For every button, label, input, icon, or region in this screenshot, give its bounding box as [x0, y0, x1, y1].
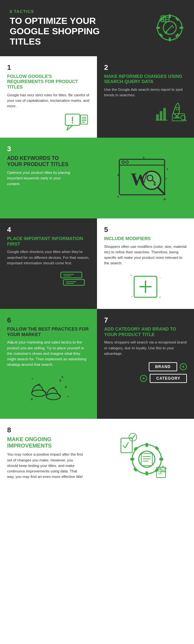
- tactic-card-2: 2 MAKE INFORMED CHANGES USING SEARCH QUE…: [97, 56, 194, 138]
- tactic-card-4: 4 PLACE IMPORTANT INFORMATION FIRST Goog…: [0, 218, 97, 309]
- svg-rect-82: [133, 467, 138, 472]
- svg-rect-27: [156, 114, 159, 120]
- tactic-num-5: 5: [104, 226, 187, 234]
- svg-point-21: [72, 122, 73, 123]
- section-6-7: 6 FOLLOW THE BEST PRACTICES FOR YOUR MAR…: [0, 309, 194, 419]
- tactic-body-6: Adjust your marketing and sales tactics …: [7, 340, 90, 367]
- svg-marker-11: [172, 26, 174, 28]
- svg-rect-78: [130, 458, 134, 460]
- tactic-num-6: 6: [7, 316, 90, 324]
- svg-rect-76: [146, 443, 148, 447]
- header: 8 TACTICS TO OPTIMIZE YOUR GOOGLE SHOPPI…: [0, 0, 194, 56]
- svg-point-39: [126, 161, 128, 164]
- brand-category-badges: BRAND + + CATEGORY: [104, 362, 187, 383]
- tactic-title-3: ADD KEYWORDS TO YOUR PRODUCT TITLES: [7, 155, 72, 167]
- svg-point-63: [159, 296, 161, 298]
- tactic-num-4: 4: [7, 226, 90, 234]
- svg-point-38: [122, 161, 124, 164]
- tactic-icon-2: www: [104, 101, 187, 122]
- svg-point-31: [176, 107, 178, 110]
- svg-rect-56: [63, 280, 84, 285]
- tactic-card-8: 8 MAKE ONGOING IMPROVEMENTS You may noti…: [0, 419, 194, 490]
- svg-rect-80: [134, 447, 138, 451]
- svg-text:×: ×: [59, 378, 61, 383]
- svg-rect-84: [141, 453, 152, 466]
- tactic-icon-8: [97, 426, 187, 483]
- tactic-num-8: 8: [7, 426, 97, 434]
- svg-rect-3: [169, 37, 171, 41]
- svg-point-73: [67, 396, 69, 397]
- svg-rect-5: [179, 27, 183, 29]
- svg-text:×: ×: [65, 385, 67, 389]
- svg-rect-77: [146, 471, 148, 475]
- tactic-num-3: 3: [7, 145, 97, 153]
- svg-marker-19: [67, 125, 73, 130]
- tactic-title-6: FOLLOW THE BEST PRACTICES FOR YOUR MARKE…: [7, 326, 90, 337]
- svg-text:+: +: [166, 166, 168, 172]
- brand-plus-icon: +: [180, 363, 187, 370]
- svg-text:+: +: [117, 172, 120, 178]
- tactic-title-5: INCLUDE MODIFIERS: [104, 236, 187, 241]
- tactic-icon-3: W + + + +: [97, 145, 187, 213]
- category-label: CATEGORY: [156, 376, 180, 381]
- tactic-card-1: 1 FOLLOW GOOGLE'S REQUIREMENTS FOR PRODU…: [0, 56, 97, 138]
- tactic-icon-5: [104, 271, 187, 301]
- brand-label: BRAND: [155, 364, 171, 369]
- tactic-num-7: 7: [104, 316, 187, 324]
- tactic-body-3: Optimize your product titles by placing …: [7, 170, 72, 187]
- svg-text:×: ×: [31, 397, 33, 402]
- tactic-icon-1: [7, 112, 90, 132]
- svg-rect-29: [163, 108, 166, 120]
- tactic-title-4: PLACE IMPORTANT INFORMATION FIRST: [7, 236, 90, 247]
- tactic-icon-6: × × ×: [7, 372, 90, 405]
- svg-rect-28: [160, 111, 162, 120]
- svg-text:www: www: [173, 116, 180, 119]
- svg-text:+: +: [163, 196, 167, 203]
- svg-line-42: [158, 188, 165, 194]
- svg-line-10: [166, 26, 172, 32]
- header-title: TO OPTIMIZE YOUR GOOGLE SHOPPING TITLES: [10, 16, 113, 47]
- tactic-card-6: 6 FOLLOW THE BEST PRACTICES FOR YOUR MAR…: [0, 309, 97, 419]
- tactic-body-2: Use the Google Ads search terms report t…: [104, 87, 187, 98]
- svg-point-71: [61, 376, 63, 378]
- tactic-num-2: 2: [104, 63, 187, 72]
- tactic-body-4: Google often shortens your titles when t…: [7, 249, 90, 266]
- tactic-icon-4: [7, 270, 90, 288]
- tactic-num-1: 1: [7, 63, 90, 72]
- category-badge: CATEGORY: [150, 374, 187, 383]
- svg-point-52: [166, 178, 167, 179]
- tactic-title-7: ADD CATEGORY AND BRAND TO YOUR PRODUCT T…: [104, 326, 187, 337]
- svg-point-65: [131, 296, 133, 297]
- tactic-body-5: Shoppers often use modifiers (color, siz…: [104, 244, 187, 266]
- svg-text:+: +: [117, 194, 119, 199]
- svg-point-72: [32, 378, 33, 379]
- category-plus-icon: +: [140, 375, 147, 382]
- tactic-card-3: 3 ADD KEYWORDS TO YOUR PRODUCT TITLES Op…: [0, 138, 194, 218]
- section-4-5: 4 PLACE IMPORTANT INFORMATION FIRST Goog…: [0, 218, 194, 309]
- tactic-title-1: FOLLOW GOOGLE'S REQUIREMENTS FOR PRODUCT…: [7, 74, 90, 90]
- svg-rect-22: [81, 115, 88, 124]
- tactic-body-1: Google has very strict rules for titles.…: [7, 92, 90, 109]
- svg-point-64: [159, 277, 161, 279]
- svg-point-51: [143, 157, 145, 159]
- tactic-8-text: 8 MAKE ONGOING IMPROVEMENTS You may noti…: [7, 426, 97, 483]
- svg-rect-53: [61, 272, 82, 278]
- tactic-title-8: MAKE ONGOING IMPROVEMENTS: [7, 436, 78, 449]
- tactic-card-5: 5 INCLUDE MODIFIERS Shoppers often use m…: [97, 218, 194, 309]
- svg-point-62: [130, 274, 132, 276]
- tactic-body-8: You may notice a positive impact after t…: [7, 452, 85, 480]
- svg-rect-4: [156, 27, 160, 29]
- header-icon: [152, 10, 188, 46]
- section-1-2: 1 FOLLOW GOOGLE'S REQUIREMENTS FOR PRODU…: [0, 56, 194, 138]
- svg-rect-79: [159, 458, 163, 460]
- svg-point-89: [129, 433, 137, 441]
- tactic-body-7: Many shoppers will search via a recognis…: [104, 340, 187, 356]
- brand-badge: BRAND: [149, 362, 177, 371]
- tactic-title-2: MAKE INFORMED CHANGES USING SEARCH QUERY…: [104, 74, 187, 85]
- tactic-card-7: 7 ADD CATEGORY AND BRAND TO YOUR PRODUCT…: [97, 309, 194, 419]
